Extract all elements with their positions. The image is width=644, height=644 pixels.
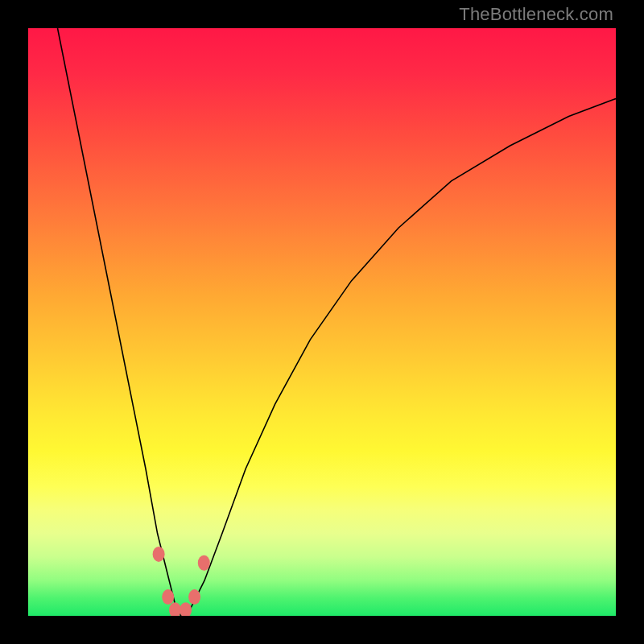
curve-marker-0 bbox=[153, 547, 165, 562]
plot-area bbox=[28, 28, 616, 616]
curve-svg bbox=[28, 28, 616, 616]
watermark-text: TheBottleneck.com bbox=[459, 4, 613, 25]
curve-marker-1 bbox=[162, 589, 174, 605]
curve-marker-5 bbox=[198, 555, 210, 571]
curve-marker-4 bbox=[188, 589, 200, 605]
curve-marker-3 bbox=[180, 602, 192, 616]
marker-group bbox=[153, 547, 210, 616]
bottleneck-curve bbox=[58, 28, 617, 616]
curve-marker-2 bbox=[169, 602, 181, 616]
chart-frame: TheBottleneck.com bbox=[0, 0, 644, 644]
